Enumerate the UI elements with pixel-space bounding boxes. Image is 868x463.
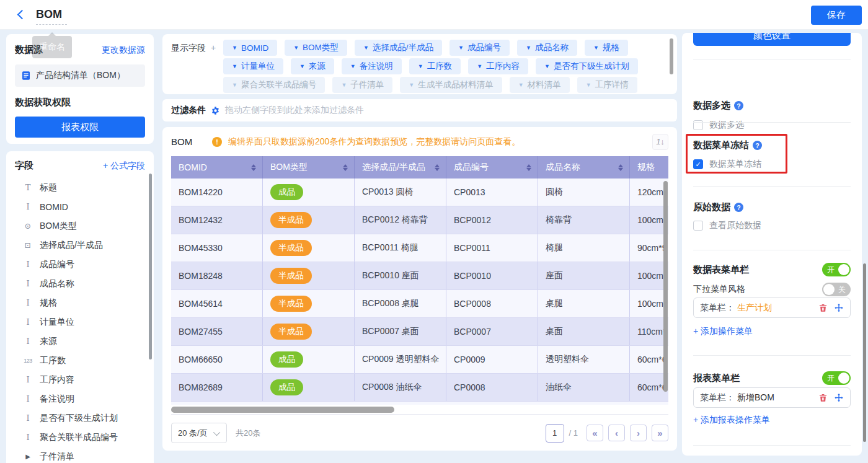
filter-bar[interactable]: 过滤条件 拖动左侧字段到此处来添加过滤条件	[162, 99, 677, 121]
table-row[interactable]: BOM45330 半成品 BCP0011 椅腿 BCP0011 椅腿 90cm*…	[171, 234, 668, 262]
field-item[interactable]: I计量单位	[15, 312, 145, 332]
field-chip[interactable]: ▼选择成品/半成品	[355, 40, 442, 56]
table-row[interactable]: BOM18248 半成品 BCP0010 座面 BCP0010 座面 100cm…	[171, 262, 668, 290]
field-chip[interactable]: ▼工序数	[409, 58, 461, 74]
next-page-button[interactable]: ›	[630, 425, 647, 441]
field-chip-disabled[interactable]: ▼子件清单	[332, 77, 392, 93]
field-item[interactable]: ⊡选择成品/半成品	[15, 236, 145, 255]
add-report-action-menu-link[interactable]: + 添加报表操作菜单	[693, 415, 770, 426]
sort-icon[interactable]	[251, 164, 256, 171]
field-item[interactable]: I备注说明	[15, 389, 145, 408]
last-page-button[interactable]: »	[652, 425, 668, 441]
cell-product: BCP0007 桌面	[355, 318, 446, 345]
menu-bar-item[interactable]: 菜单栏： 生产计划	[693, 298, 851, 318]
help-icon[interactable]: ?	[734, 203, 743, 212]
table-menu-toggle[interactable]: 开	[822, 263, 851, 276]
settings-scrollbar[interactable]	[863, 263, 866, 442]
field-item[interactable]: I是否有下级生成计划	[15, 408, 145, 428]
move-icon[interactable]	[834, 303, 844, 313]
color-settings-button[interactable]: 颜色设置	[693, 33, 851, 46]
report-menu-toggle[interactable]: 开	[822, 371, 851, 385]
expand-icon[interactable]: ▶	[22, 453, 33, 460]
table-header-row: BOMID BOM类型 选择成品/半成品 成品编号 成品名称 规格	[171, 156, 668, 179]
filter-label: 过滤条件	[171, 105, 206, 116]
raw-data-checkbox[interactable]	[693, 221, 703, 231]
field-chip[interactable]: ▼成品编号	[450, 40, 510, 56]
menu-freeze-checkbox[interactable]: ✓	[693, 159, 703, 169]
field-chip[interactable]: ▼BOMID	[223, 40, 277, 56]
field-item[interactable]: IBOMID	[15, 197, 145, 216]
dropdown-style-toggle[interactable]: 关	[822, 283, 851, 296]
change-datasource-link[interactable]: 更改数据源	[102, 45, 145, 56]
field-item[interactable]: I规格	[15, 293, 145, 312]
field-chip[interactable]: ▼计量单位	[223, 58, 283, 74]
field-chip[interactable]: ▼工序内容	[468, 58, 528, 74]
help-icon[interactable]: ?	[753, 141, 762, 150]
chevron-down-icon	[213, 428, 220, 435]
field-chip-disabled[interactable]: ▼聚合关联半成品编号	[223, 77, 325, 93]
table-vertical-scrollbar[interactable]	[663, 181, 668, 392]
field-item[interactable]: T标题	[15, 178, 145, 197]
sort-icon[interactable]	[618, 164, 623, 171]
datasource-item[interactable]: 产品结构清单（BOM）	[15, 64, 145, 87]
field-item[interactable]: I成品编号	[15, 255, 145, 274]
fields-scrollbar[interactable]	[149, 174, 152, 359]
cell-bomid: BOM14220	[171, 179, 263, 206]
field-chip[interactable]: ▼是否有下级生成计划	[536, 58, 637, 74]
field-chip[interactable]: ▼规格	[585, 40, 628, 56]
table-row[interactable]: BOM12432 半成品 BCP0012 椅靠背 BCP0012 椅靠背 100…	[171, 206, 668, 234]
cell-name: 椅腿	[538, 234, 630, 262]
column-header[interactable]: BOMID	[171, 156, 263, 179]
delete-icon[interactable]	[818, 303, 828, 312]
prev-page-button[interactable]: ‹	[608, 425, 625, 441]
column-header[interactable]: 成品名称	[538, 156, 630, 179]
table-row[interactable]: BOM14220 成品 CP0013 圆椅 CP0013 圆椅 120cm*	[171, 179, 668, 206]
page-number-input[interactable]	[546, 424, 564, 443]
field-item[interactable]: I工序内容	[15, 370, 145, 389]
column-header[interactable]: 规格	[630, 156, 668, 179]
add-action-menu-link[interactable]: + 添加操作菜单	[693, 326, 753, 337]
field-item[interactable]: ⊙BOM类型	[15, 216, 145, 236]
page-title[interactable]: BOM	[36, 8, 67, 25]
report-permission-button[interactable]: 报表权限	[15, 117, 145, 138]
table-row[interactable]: BOM66650 成品 CP0009 透明塑料伞 CP0009 透明塑料伞 60…	[171, 346, 668, 374]
help-icon[interactable]: ?	[734, 101, 743, 110]
field-chip-disabled[interactable]: ▼材料清单	[510, 77, 570, 93]
horizontal-scrollbar[interactable]	[171, 407, 394, 413]
field-chip[interactable]: ▼BOM类型	[285, 40, 347, 56]
sort-icon[interactable]	[526, 164, 531, 171]
field-item[interactable]: ▶子件清单	[15, 447, 145, 463]
cell-name: 椅靠背	[538, 206, 630, 234]
field-item[interactable]: I成品名称	[15, 274, 145, 293]
table-row[interactable]: BOM45614 半成品 BCP0008 桌腿 BCP0008 桌腿 100cm…	[171, 290, 668, 318]
field-chip[interactable]: ▼成品名称	[517, 40, 577, 56]
sort-icon[interactable]	[343, 164, 348, 171]
horizontal-scrollbar-track[interactable]	[171, 407, 668, 413]
gear-icon[interactable]	[211, 106, 220, 115]
field-item[interactable]: I聚合关联半成品编号	[15, 428, 145, 447]
menu-bar-item[interactable]: 菜单栏： 新增BOM	[693, 387, 851, 408]
first-page-button[interactable]: «	[587, 425, 603, 441]
save-button[interactable]: 保存	[811, 6, 862, 25]
display-fields-scrollbar[interactable]	[670, 38, 673, 74]
page-size-select[interactable]: 20 条/页	[171, 423, 227, 443]
warning-icon: !	[212, 137, 222, 147]
back-icon[interactable]	[17, 11, 25, 18]
column-header[interactable]: 成品编号	[446, 156, 538, 179]
field-chip-disabled[interactable]: ▼生成半成品材料清单	[400, 77, 502, 93]
field-item[interactable]: 123工序数	[15, 351, 145, 370]
sort-order-button[interactable]: 1↓	[652, 134, 668, 150]
sort-icon[interactable]	[435, 164, 440, 171]
delete-icon[interactable]	[818, 393, 828, 402]
add-formula-field-link[interactable]: + 公式字段	[103, 161, 145, 172]
add-display-field-button[interactable]: +	[211, 43, 216, 53]
column-header[interactable]: 选择成品/半成品	[355, 156, 446, 179]
field-item[interactable]: I来源	[15, 332, 145, 351]
move-icon[interactable]	[834, 393, 844, 403]
field-chip[interactable]: ▼来源	[291, 58, 334, 74]
field-chip[interactable]: ▼备注说明	[342, 58, 402, 74]
table-row[interactable]: BOM82689 成品 CP0008 油纸伞 CP0008 油纸伞 60cm*6	[171, 374, 668, 402]
table-row[interactable]: BOM27455 半成品 BCP0007 桌面 BCP0007 桌面 110cm…	[171, 318, 668, 346]
field-chip-disabled[interactable]: ▼工序详情	[577, 77, 637, 93]
column-header[interactable]: BOM类型	[263, 156, 355, 179]
